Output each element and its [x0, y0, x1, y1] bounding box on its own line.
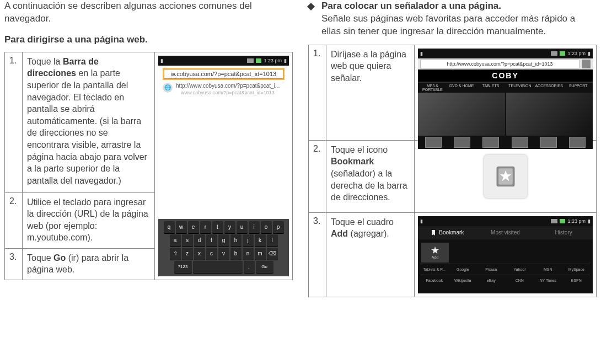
signal-icon — [551, 51, 557, 56]
key[interactable]: p — [273, 221, 284, 233]
key[interactable]: c — [206, 248, 217, 260]
address-input[interactable]: w.cobyusa.com/?p=pcat&pcat_id=1013 — [163, 68, 285, 80]
key[interactable]: k — [255, 234, 266, 247]
key[interactable]: j — [243, 234, 254, 247]
thumb[interactable] — [569, 137, 586, 148]
add-bookmark-tile[interactable]: ★ Add — [421, 243, 449, 263]
tab-history[interactable]: History — [534, 226, 593, 239]
key[interactable]: h — [230, 234, 242, 247]
right-subtext: Señale sus páginas web favoritas para ac… — [321, 13, 597, 38]
battery-icon — [560, 219, 565, 223]
right-column: Para colocar un señalador a una página. … — [308, 0, 597, 297]
status-right-icon: ▮ — [588, 51, 591, 56]
step-number: 3. — [309, 212, 326, 297]
key[interactable]: t — [212, 221, 223, 233]
bm-tile[interactable]: Yahoo! — [506, 264, 534, 275]
bullet-diamond-icon — [307, 3, 315, 10]
left-column: A continuación se describen algunas acci… — [4, 0, 293, 297]
promo-image — [505, 93, 593, 136]
key[interactable]: x — [194, 248, 205, 260]
bm-tile[interactable]: Tablets & P... — [420, 264, 449, 275]
thumb[interactable] — [482, 137, 499, 148]
status-right-icon: ▮ — [588, 218, 591, 224]
key[interactable]: a — [170, 234, 181, 247]
bm-tile[interactable]: ESPN — [562, 275, 591, 286]
bm-tile[interactable]: Wikipedia — [449, 275, 477, 286]
intro-text: A continuación se describen algunas acci… — [4, 0, 293, 25]
bookmarks-screen-screenshot: ▮ 1:23 pm ▮ Bookmark — [418, 216, 593, 293]
bookmark-star-icon — [493, 164, 518, 189]
key[interactable]: z — [182, 248, 193, 260]
status-left-icon: ▮ — [420, 51, 423, 56]
left-screenshot-cell: ▮ 1:23 pm ▮ w.cobyusa.com/?p=pcat&pcat_i… — [155, 52, 293, 280]
status-right-icon: ▮ — [284, 58, 287, 63]
right-steps-table: 1. Diríjase a la página web que quiera s… — [308, 45, 597, 297]
bookmark-icon-large[interactable] — [484, 155, 527, 198]
key[interactable]: v — [218, 248, 229, 260]
left-heading: Para dirigirse a una página web. — [4, 34, 293, 45]
promo-image — [418, 93, 505, 136]
status-time: 1:23 pm — [567, 51, 586, 56]
thumb[interactable] — [540, 137, 557, 148]
signal-icon — [551, 219, 557, 223]
bm-tile[interactable]: Facebook — [420, 275, 449, 286]
key[interactable]: s — [182, 234, 193, 247]
status-left-icon: ▮ — [160, 58, 163, 63]
step-text: Toque el cuadro Add (agregar). — [326, 212, 415, 297]
url-suggestion[interactable]: 🌐 http://www.cobyusa.com/?p=pcat&pcat_i.… — [163, 81, 285, 98]
bookmark-tab-icon — [430, 229, 437, 236]
right-heading: Para colocar un señalador a una página. — [321, 0, 597, 13]
bm-tile[interactable]: eBay — [477, 275, 506, 286]
status-left-icon: ▮ — [420, 218, 423, 224]
key-period[interactable]: . — [244, 261, 255, 273]
key-shift[interactable]: ⇧ — [170, 248, 181, 260]
status-time: 1:23 pm — [264, 58, 282, 63]
step-text: Toque Go (ir) para abrir la página web. — [23, 248, 155, 280]
key[interactable]: n — [243, 248, 254, 260]
thumb[interactable] — [512, 137, 528, 148]
status-time: 1:23 pm — [567, 218, 586, 224]
address-bar-screenshot: ▮ 1:23 pm ▮ w.cobyusa.com/?p=pcat&pcat_i… — [158, 56, 289, 276]
step-number: 1. — [5, 52, 23, 192]
bm-tile[interactable]: Picasa — [477, 264, 506, 275]
battery-icon — [560, 51, 565, 56]
status-bar: ▮ 1:23 pm ▮ — [418, 49, 593, 58]
site-nav-tabs: MP3 & PORTABLE DVD & HOME TABLETS TELEVI… — [418, 82, 593, 93]
thumb[interactable] — [425, 137, 442, 148]
key[interactable]: q — [164, 221, 175, 233]
bm-tile[interactable]: CNN — [506, 275, 534, 286]
tab-most-visited[interactable]: Most visited — [476, 226, 535, 239]
key[interactable]: w — [176, 221, 187, 233]
key[interactable]: e — [188, 221, 199, 233]
signal-icon — [247, 58, 254, 63]
key[interactable]: y — [224, 221, 235, 233]
key[interactable]: m — [255, 248, 266, 260]
key-backspace[interactable]: ⌫ — [267, 248, 278, 260]
key[interactable]: i — [249, 221, 260, 233]
thumb[interactable] — [454, 137, 470, 148]
key[interactable]: l — [267, 234, 278, 247]
key-go[interactable]: Go — [256, 261, 273, 273]
on-screen-keyboard[interactable]: q w e r t y u i o p — [158, 219, 289, 276]
tab-bookmark[interactable]: Bookmark — [418, 226, 476, 239]
bookmark-icon[interactable] — [582, 60, 591, 68]
key[interactable]: u — [237, 221, 248, 233]
bm-tile[interactable]: NY Times — [534, 275, 562, 286]
globe-icon: 🌐 — [163, 83, 173, 93]
step-text: Utilice el teclado para ingresar la dire… — [23, 192, 155, 248]
key[interactable]: f — [206, 234, 217, 247]
left-steps-table: 1. Toque la Barra de direcciones en la p… — [4, 52, 293, 280]
star-icon: ★ — [431, 245, 439, 255]
step-text: Diríjase a la página web que quiera seña… — [326, 45, 415, 140]
key-symbols[interactable]: ?123 — [174, 261, 192, 273]
key[interactable]: r — [200, 221, 211, 233]
bm-tile[interactable]: MSN — [534, 264, 562, 275]
key[interactable]: b — [230, 248, 242, 260]
bm-tile[interactable]: MySpace — [562, 264, 591, 275]
bm-tile[interactable]: Google — [449, 264, 477, 275]
key-space[interactable] — [193, 261, 243, 273]
key[interactable]: o — [261, 221, 272, 233]
key[interactable]: d — [194, 234, 205, 247]
key[interactable]: g — [218, 234, 229, 247]
address-value[interactable]: http://www.cobyusa.com/?p=pcat&pcat_id=1… — [420, 60, 579, 68]
